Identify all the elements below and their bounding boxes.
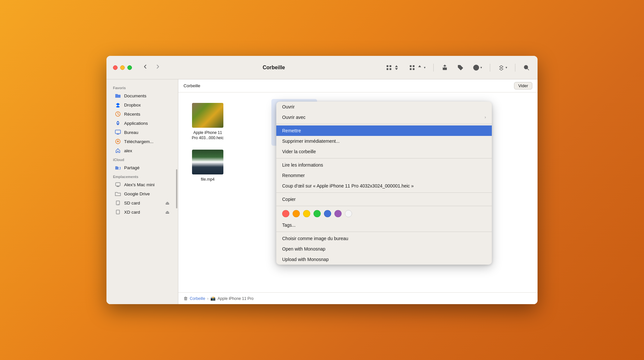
cm-separator-4 bbox=[276, 206, 492, 206]
svg-point-14 bbox=[117, 122, 119, 123]
color-orange[interactable] bbox=[293, 210, 300, 217]
back-button[interactable] bbox=[140, 62, 151, 73]
cm-separator bbox=[276, 124, 492, 124]
sidebar-item-documents-label: Documents bbox=[124, 93, 146, 98]
search-button[interactable] bbox=[522, 63, 531, 72]
cm-item-choisir-bureau-label: Choisir comme image du bureau bbox=[282, 236, 348, 241]
cm-item-open-monosnap[interactable]: Open with Monosnap bbox=[276, 244, 492, 254]
svg-rect-4 bbox=[410, 65, 411, 67]
zoom-button[interactable] bbox=[127, 65, 132, 70]
folder-icon bbox=[115, 93, 121, 99]
toolbar: Corbeille bbox=[106, 56, 538, 79]
view-columns-button[interactable]: ▾ bbox=[408, 63, 427, 72]
color-none[interactable] bbox=[345, 210, 352, 217]
sidebar-item-bureau[interactable]: Bureau bbox=[108, 128, 176, 137]
sidebar-section-icloud: iCloud bbox=[106, 155, 178, 163]
sidebar-item-alex[interactable]: alex bbox=[108, 146, 176, 155]
svg-rect-6 bbox=[410, 68, 411, 70]
toolbar-separator-2 bbox=[490, 64, 490, 72]
cm-item-supprimer-label: Supprimer immédiatement... bbox=[282, 139, 340, 144]
cm-item-supprimer[interactable]: Supprimer immédiatement... bbox=[276, 136, 492, 146]
computer-icon bbox=[115, 182, 121, 188]
sidebar-item-google-drive-label: Google Drive bbox=[124, 191, 150, 196]
tag-button[interactable] bbox=[456, 63, 465, 72]
sidebar-scrollbar[interactable] bbox=[176, 169, 177, 208]
sidebar-item-applications[interactable]: Applications bbox=[108, 119, 176, 128]
minimize-button[interactable] bbox=[120, 65, 125, 70]
sd-card-icon bbox=[115, 200, 121, 206]
home-icon bbox=[115, 148, 121, 154]
svg-point-10 bbox=[476, 67, 476, 68]
svg-rect-2 bbox=[387, 68, 388, 70]
cm-item-ouvrir[interactable]: Ouvrir bbox=[276, 102, 492, 112]
dropbox-button[interactable]: ▾ bbox=[497, 63, 508, 72]
cm-item-ouvrir-avec-label: Ouvrir avec bbox=[282, 115, 306, 120]
sidebar-item-partage[interactable]: Partagé bbox=[108, 163, 176, 172]
cm-separator-5 bbox=[276, 232, 492, 232]
cm-item-copier-label: Copier bbox=[282, 197, 296, 202]
sd-eject-icon[interactable]: ⏏ bbox=[165, 200, 169, 205]
svg-rect-3 bbox=[390, 68, 391, 70]
cm-colors-row bbox=[276, 207, 492, 220]
sidebar-item-applications-label: Applications bbox=[124, 121, 148, 126]
sidebar-item-bureau-label: Bureau bbox=[124, 130, 138, 135]
cm-item-remettre[interactable]: Remettre bbox=[276, 125, 492, 136]
close-button[interactable] bbox=[113, 65, 118, 70]
cm-item-lire-info[interactable]: Lire les informations bbox=[276, 160, 492, 170]
chevron-right-icon: › bbox=[485, 115, 486, 120]
dropbox-icon bbox=[115, 102, 121, 108]
color-yellow[interactable] bbox=[303, 210, 310, 217]
cm-item-choisir-bureau[interactable]: Choisir comme image du bureau bbox=[276, 233, 492, 244]
cm-item-renommer[interactable]: Renommer bbox=[276, 170, 492, 181]
context-menu-overlay[interactable]: Ouvrir Ouvrir avec › Remettre Supprimer … bbox=[178, 79, 538, 304]
svg-rect-1 bbox=[390, 65, 391, 67]
toolbar-actions: ▾ ▾ bbox=[384, 63, 531, 72]
color-green[interactable] bbox=[314, 210, 321, 217]
color-purple[interactable] bbox=[334, 210, 342, 217]
share-button[interactable] bbox=[440, 63, 449, 72]
cm-separator-2 bbox=[276, 158, 492, 158]
sidebar-item-documents[interactable]: Documents bbox=[108, 91, 176, 100]
sidebar-item-dropbox-label: Dropbox bbox=[124, 103, 141, 107]
sidebar-item-google-drive[interactable]: Google Drive bbox=[108, 189, 176, 198]
cm-item-coup-oeil-label: Coup d'œil sur « Apple iPhone 11 Pro 403… bbox=[282, 183, 414, 188]
cm-item-tags[interactable]: Tags... bbox=[276, 220, 492, 230]
sidebar-item-recents[interactable]: Récents bbox=[108, 109, 176, 119]
svg-rect-0 bbox=[387, 65, 388, 67]
color-blue[interactable] bbox=[324, 210, 331, 217]
sidebar-item-dropbox[interactable]: Dropbox bbox=[108, 100, 176, 109]
view-grid-button[interactable] bbox=[384, 63, 401, 72]
cm-item-upload-monosnap[interactable]: Upload with Monosnap bbox=[276, 254, 492, 265]
cm-item-remettre-label: Remettre bbox=[282, 128, 301, 133]
cm-item-upload-monosnap-label: Upload with Monosnap bbox=[282, 257, 329, 262]
svg-rect-5 bbox=[413, 65, 414, 67]
toolbar-separator-3 bbox=[515, 64, 515, 72]
download-icon bbox=[115, 139, 121, 144]
forward-button[interactable] bbox=[152, 62, 163, 73]
sidebar-item-telechargements[interactable]: Téléchargem... bbox=[108, 137, 176, 146]
color-red[interactable] bbox=[282, 210, 289, 217]
sidebar-item-mac-mini[interactable]: Alex's Mac mini bbox=[108, 180, 176, 189]
svg-rect-21 bbox=[116, 210, 120, 214]
cm-item-coup-oeil[interactable]: Coup d'œil sur « Apple iPhone 11 Pro 403… bbox=[276, 181, 492, 191]
sidebar-item-alex-label: alex bbox=[124, 148, 132, 153]
screen-icon bbox=[115, 129, 121, 135]
traffic-lights bbox=[113, 65, 132, 70]
cm-item-lire-info-label: Lire les informations bbox=[282, 162, 323, 168]
google-drive-icon bbox=[115, 191, 121, 197]
sidebar-item-sd-card[interactable]: SD card ⏏ bbox=[108, 198, 176, 207]
sidebar-section-favoris: Favoris bbox=[106, 83, 178, 91]
svg-point-11 bbox=[477, 67, 478, 68]
sidebar-item-mac-mini-label: Alex's Mac mini bbox=[124, 182, 154, 187]
folder-person-icon bbox=[115, 165, 121, 171]
sidebar-item-xd-card[interactable]: XD card ⏏ bbox=[108, 207, 176, 217]
svg-rect-19 bbox=[117, 186, 119, 187]
content-area: Corbeille Vider Apple iPhone 11Pro 403..… bbox=[178, 79, 538, 304]
xd-eject-icon[interactable]: ⏏ bbox=[165, 209, 169, 215]
finder-window: Corbeille bbox=[106, 56, 538, 304]
cm-item-copier[interactable]: Copier bbox=[276, 194, 492, 205]
cm-item-ouvrir-avec[interactable]: Ouvrir avec › bbox=[276, 112, 492, 123]
more-button[interactable]: ▾ bbox=[472, 63, 483, 72]
cm-item-renommer-label: Renommer bbox=[282, 173, 305, 178]
cm-item-vider-corbeille[interactable]: Vider la corbeille bbox=[276, 146, 492, 157]
